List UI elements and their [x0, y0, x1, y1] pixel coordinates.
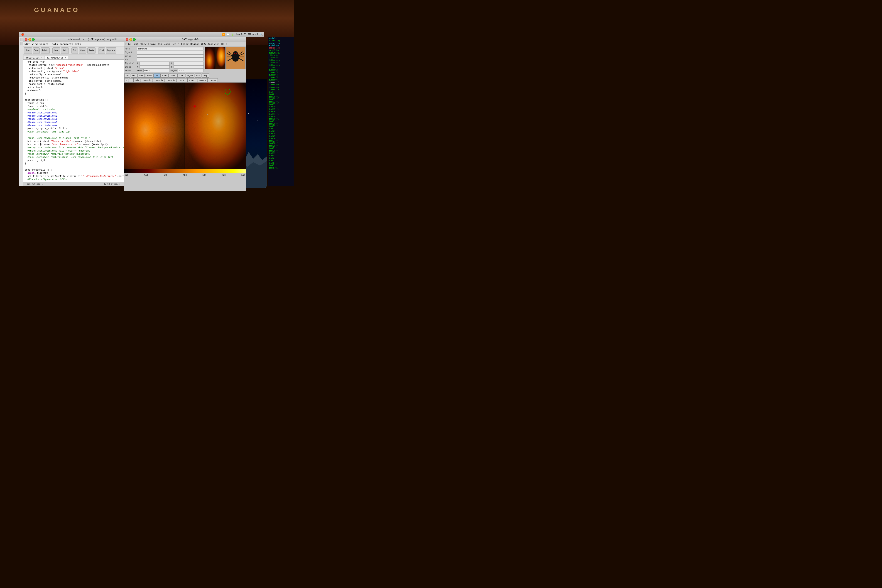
menu-edit[interactable]: Edit — [24, 43, 30, 46]
file-input[interactable] — [137, 47, 204, 50]
file-item: dark19.fi — [269, 118, 293, 120]
file-row: File — [125, 47, 204, 51]
redo-button[interactable]: Redo — [61, 47, 69, 54]
menu-tools[interactable]: Tools — [50, 43, 58, 46]
ds9-view-btn[interactable]: view — [138, 74, 145, 78]
angle-input[interactable] — [178, 69, 204, 72]
file-item: dark2.fi — [269, 147, 293, 150]
file-item: dark14.fi — [269, 106, 293, 108]
ds9-close-button[interactable] — [126, 38, 128, 41]
zoom-plus-btn[interactable]: + — [129, 78, 133, 82]
menu-documents[interactable]: Documents — [60, 43, 73, 46]
ds9-bin-btn[interactable]: bin — [154, 74, 160, 78]
wcs-input[interactable] — [137, 58, 204, 61]
svg-text:+: + — [207, 113, 208, 116]
zoom-1-btn[interactable]: zoom 1 — [177, 78, 187, 82]
zoom-fit-btn[interactable]: to fit — [134, 78, 140, 82]
menu-help[interactable]: Help — [75, 43, 81, 46]
ds9-menu-scale[interactable]: Scale — [172, 43, 179, 46]
file-item: coadds — [269, 67, 293, 69]
physical-x-label: X — [137, 62, 138, 64]
file-item: apptohigh — [269, 45, 293, 47]
save-button[interactable]: Save — [33, 47, 40, 54]
zoom-2-btn[interactable]: zoom 2 — [188, 78, 197, 82]
ds9-menu-frame[interactable]: Frame — [148, 43, 156, 46]
ds9-menu-region[interactable]: Region — [190, 43, 200, 46]
search-icon[interactable]: 🔍 — [260, 33, 262, 36]
ds9-info-area: File Object Value WCS Physical X Y — [124, 46, 246, 73]
apple-icon[interactable]: 🍎 — [21, 33, 24, 36]
menu-view[interactable]: View — [32, 43, 38, 46]
physical-x-input[interactable] — [140, 62, 170, 65]
ds9-file-btn[interactable]: file — [124, 74, 130, 78]
colorbar-label-560: 560 — [164, 174, 167, 176]
zoom-1-2-btn[interactable]: zoom 1/2 — [165, 78, 177, 82]
tab-motors[interactable]: motors.tcl ✕ — [24, 56, 44, 59]
menu-search[interactable]: Search — [39, 43, 48, 46]
file-item: aa.com.log — [269, 40, 293, 42]
ds9-menu-zoom[interactable]: Zoom — [164, 43, 170, 46]
ds9-menubar: File Edit View Frame Bin Zoom Scale Colo… — [124, 42, 246, 46]
colorbar-label-600: 600 — [202, 174, 206, 176]
ds9-minimize-button[interactable] — [129, 38, 132, 41]
ds9-menu-wcs[interactable]: WCS — [201, 43, 206, 46]
colorbar-label-620: 620 — [222, 174, 225, 176]
file-item: dark10.fi — [269, 96, 293, 99]
copy-button[interactable]: Copy — [79, 47, 86, 54]
file-item: dark5.fi — [269, 160, 293, 162]
ds9-menu-view[interactable]: View — [140, 43, 147, 46]
file-item: badpi2xbel — [269, 50, 293, 52]
file-item: CLIOmotors — [269, 62, 293, 64]
zoom-label: Zoom — [137, 69, 142, 72]
zoom-1-4-btn[interactable]: zoom 1/4 — [153, 78, 165, 82]
svg-point-28 — [248, 113, 249, 114]
zoom-1-8-btn[interactable]: zoom 1/8 — [141, 78, 153, 82]
physical-y-input[interactable] — [174, 62, 204, 65]
value-row: Value — [125, 54, 204, 58]
ds9-menu-bin[interactable]: Bin — [158, 43, 162, 46]
value-input[interactable] — [137, 54, 204, 58]
zoom-4-btn[interactable]: zoom 4 — [198, 78, 208, 82]
ds9-zoom-btn[interactable]: zoom — [160, 74, 168, 78]
tab-mirkwood[interactable]: mirkwood.tcl ✕ — [45, 56, 68, 59]
colorbar-label-580: 580 — [183, 174, 187, 176]
ds9-edit-btn[interactable]: edit — [130, 74, 137, 78]
cut-button[interactable]: Cut — [72, 47, 78, 54]
file-item: CLIOmotors — [269, 57, 293, 59]
undo-button[interactable]: Undo — [52, 47, 60, 54]
ds9-menu-file[interactable]: File — [125, 43, 131, 46]
ds9-frame-btn[interactable]: frame — [145, 74, 154, 78]
image-x-input[interactable] — [140, 65, 170, 69]
image-y-input[interactable] — [174, 65, 204, 69]
svg-point-27 — [264, 102, 265, 102]
gedit-title: mirkwood.tcl (~/Programs) – gedit — [68, 38, 118, 41]
ds9-wcs-btn[interactable]: wcs — [195, 74, 202, 78]
find-button[interactable]: Find — [98, 47, 105, 54]
maximize-button[interactable] — [32, 38, 35, 41]
ds9-region-btn[interactable]: region — [186, 74, 194, 78]
ds9-menu-edit[interactable]: Edit — [133, 43, 139, 46]
ds9-menu-help[interactable]: Help — [221, 43, 228, 46]
file-item: dark15.fi — [269, 108, 293, 111]
file-item: CLIOmotors — [269, 64, 293, 67]
close-button[interactable] — [25, 38, 27, 41]
zoom-8-btn[interactable]: zoom 8 — [208, 78, 218, 82]
open-button[interactable]: Open — [24, 47, 32, 54]
print-button[interactable]: Print… — [40, 47, 50, 54]
replace-button[interactable]: Replace — [106, 47, 116, 54]
ds9-menu-analysis[interactable]: Analysis — [208, 43, 220, 46]
ds9-help-btn[interactable]: help — [202, 74, 209, 78]
minimize-button[interactable] — [28, 38, 31, 41]
ds9-maximize-button[interactable] — [133, 38, 136, 41]
zoom-input[interactable] — [143, 69, 169, 72]
file-item: dark30.f — [269, 150, 293, 153]
ds9-scale-btn[interactable]: scale — [169, 74, 177, 78]
ds9-menu-color[interactable]: Color — [181, 43, 189, 46]
zoom-minus-btn[interactable]: - — [124, 78, 128, 82]
paste-button[interactable]: Paste — [87, 47, 96, 54]
object-input[interactable] — [137, 51, 204, 54]
ds9-color-btn[interactable]: color — [177, 74, 185, 78]
thumbnail-spider — [225, 47, 246, 69]
file-item: currentpo — [269, 86, 293, 89]
ds9-colorbar — [124, 169, 246, 173]
